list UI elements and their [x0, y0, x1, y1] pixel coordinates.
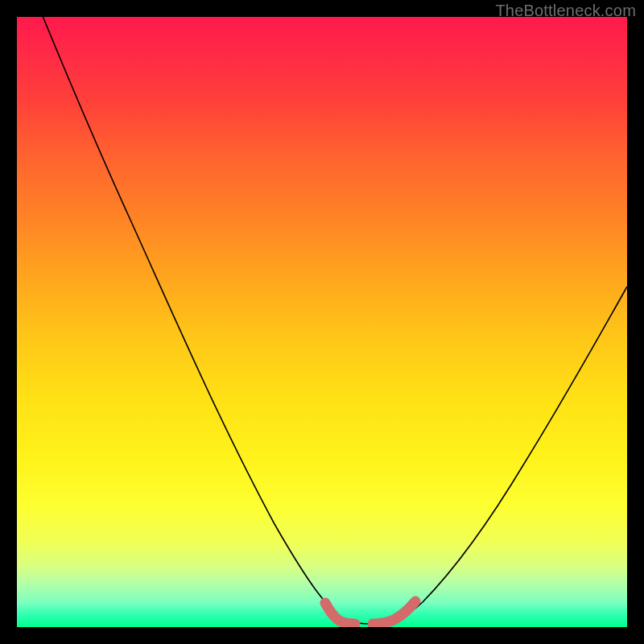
bottleneck-curve: [17, 17, 627, 624]
watermark-text: TheBottleneck.com: [495, 2, 636, 20]
optimum-band-left: [325, 603, 355, 624]
plot-area: [17, 17, 627, 627]
chart-frame: TheBottleneck.com: [0, 0, 644, 644]
optimum-band-right: [373, 601, 415, 624]
curve-layer: [17, 17, 627, 627]
